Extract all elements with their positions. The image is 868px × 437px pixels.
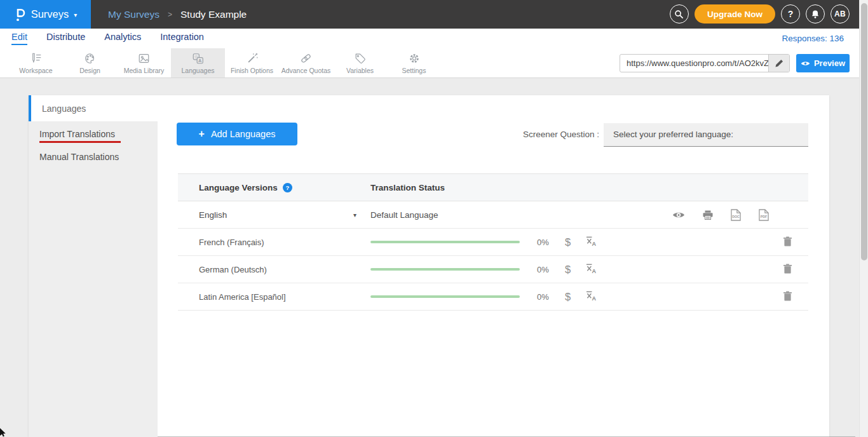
translation-progress-bar	[370, 295, 520, 298]
language-name-cell: French (Français)	[178, 238, 370, 247]
help-badge-icon[interactable]: ?	[283, 183, 292, 192]
pencil-icon	[775, 59, 783, 67]
delete-language-button[interactable]	[783, 264, 792, 276]
product-switcher[interactable]: Surveys ▾	[0, 0, 91, 29]
toolbar-label: Variables	[346, 67, 374, 74]
sidebar-title: Languages	[42, 104, 86, 114]
tab-edit[interactable]: Edit	[11, 32, 27, 45]
toolbar-item-advance-quotas[interactable]: Advance Quotas	[279, 48, 333, 77]
column-label: Language Versions	[199, 183, 278, 192]
toolbar-label: Media Library	[124, 67, 165, 74]
language-name-cell: English ▾	[178, 210, 370, 220]
svg-text:A: A	[198, 58, 202, 64]
auto-translate-icon[interactable]: A	[586, 236, 597, 248]
help-button[interactable]: ?	[781, 4, 800, 24]
toolbar-item-variables[interactable]: Variables	[333, 48, 387, 77]
auto-translate-icon[interactable]: A	[586, 263, 597, 276]
toolbar-label: Finish Options	[231, 67, 273, 74]
sidebar-items: Import Translations Manual Translations	[29, 121, 158, 437]
languages-sidebar: Languages Import Translations Manual Tra…	[29, 95, 158, 437]
avatar[interactable]: AB	[831, 4, 850, 24]
page-content: Languages Import Translations Manual Tra…	[0, 78, 868, 437]
workspace-icon	[30, 51, 43, 65]
export-pdf-button[interactable]: PDF	[759, 209, 769, 221]
sidebar-item-manual-translations[interactable]: Manual Translations	[29, 152, 158, 162]
preview-button[interactable]: Preview	[796, 54, 850, 72]
eye-icon	[801, 60, 810, 67]
toolbar-item-languages[interactable]: ☆A Languages	[171, 48, 225, 77]
translation-progress-bar	[370, 241, 520, 243]
upgrade-now-button[interactable]: Upgrade Now	[695, 4, 775, 24]
breadcrumb-my-surveys[interactable]: My Surveys	[108, 9, 159, 20]
languages-main: + Add Languages Screener Question : Sele…	[158, 95, 829, 437]
toolbar-label: Workspace	[19, 67, 52, 74]
breadcrumb: My Surveys > Study Example	[108, 9, 247, 20]
survey-nav-tabbar: Edit Distribute Analytics Integration Re…	[0, 29, 868, 48]
table-header-row: Language Versions ? Translation Status	[178, 173, 808, 201]
sidebar-item-languages[interactable]: Languages	[29, 95, 158, 121]
sidebar-item-import-translations[interactable]: Import Translations	[29, 129, 158, 143]
default-row-actions: DOC PDF	[672, 209, 769, 221]
status-cell: 0% $ A	[370, 236, 808, 248]
page-scrollbar[interactable]	[859, 0, 868, 437]
languages-panel: Languages Import Translations Manual Tra…	[29, 95, 829, 437]
search-button[interactable]	[670, 4, 689, 24]
print-button[interactable]	[703, 210, 713, 220]
toolbar-item-design[interactable]: Design	[63, 48, 117, 77]
screener-question-label: Screener Question :	[523, 130, 599, 139]
eye-icon	[672, 211, 685, 219]
screener-question-select[interactable]: Select your preferred language:	[604, 123, 808, 147]
notifications-button[interactable]	[806, 4, 825, 24]
language-name: English	[199, 210, 227, 220]
toolbar-item-finish-options[interactable]: Finish Options	[225, 48, 279, 77]
breadcrumb-current-survey: Study Example	[180, 9, 247, 20]
toolbar-label: Settings	[402, 67, 426, 74]
search-icon	[674, 10, 684, 19]
tab-distribute[interactable]: Distribute	[46, 32, 85, 45]
svg-text:A: A	[592, 295, 597, 301]
view-button[interactable]	[672, 211, 685, 219]
survey-url-input[interactable]: https://www.questionpro.com/t/AO2kvZ	[620, 55, 768, 72]
trash-icon	[783, 291, 792, 301]
add-languages-button[interactable]: + Add Languages	[177, 123, 297, 145]
add-languages-label: Add Languages	[211, 129, 276, 139]
export-doc-button[interactable]: DOC	[731, 209, 741, 221]
edit-toolbar: Workspace Design Media Library ☆A Langua…	[0, 48, 868, 78]
svg-text:A: A	[592, 241, 597, 246]
status-cell: Default Language DOC	[370, 209, 808, 221]
quote-dollar-icon[interactable]: $	[565, 236, 571, 248]
edit-url-button[interactable]	[768, 55, 789, 72]
tab-integration[interactable]: Integration	[160, 32, 204, 45]
progress-percent: 0%	[537, 265, 553, 274]
question-mark-icon: ?	[788, 9, 794, 19]
language-name-cell: Latin America [Español]	[178, 292, 370, 302]
chevron-down-icon[interactable]: ▾	[353, 212, 356, 218]
toolbar-item-settings[interactable]: Settings	[387, 48, 441, 77]
table-row-french: French (Français) 0% $ A	[178, 229, 808, 256]
topbar-actions: Upgrade Now ? AB	[670, 4, 850, 24]
auto-translate-icon[interactable]: A	[586, 290, 597, 303]
toolbar-item-media-library[interactable]: Media Library	[117, 48, 171, 77]
toolbar-item-workspace[interactable]: Workspace	[9, 48, 63, 77]
gear-icon	[408, 51, 421, 65]
trash-icon	[783, 264, 792, 274]
language-name: German (Deutsch)	[199, 265, 267, 274]
preview-label: Preview	[814, 58, 845, 68]
table-row-german: German (Deutsch) 0% $ A	[178, 256, 808, 283]
scrollbar-thumb[interactable]	[861, 3, 867, 260]
survey-nav-tabs: Edit Distribute Analytics Integration	[11, 32, 204, 45]
delete-language-button[interactable]	[783, 236, 792, 248]
printer-icon	[703, 210, 713, 220]
bell-icon	[811, 10, 820, 19]
progress-percent: 0%	[537, 238, 553, 247]
delete-language-button[interactable]	[783, 291, 792, 303]
quote-dollar-icon[interactable]: $	[565, 264, 571, 276]
quote-dollar-icon[interactable]: $	[565, 291, 571, 303]
table-row-latin-america: Latin America [Español] 0% $ A	[178, 283, 808, 311]
responses-count-link[interactable]: Responses: 136	[782, 34, 844, 43]
avatar-initials: AB	[834, 10, 846, 18]
product-label: Surveys	[31, 8, 69, 20]
tab-analytics[interactable]: Analytics	[104, 32, 141, 45]
language-versions-table: Language Versions ? Translation Status E…	[178, 173, 808, 311]
column-translation-status: Translation Status	[370, 183, 445, 192]
